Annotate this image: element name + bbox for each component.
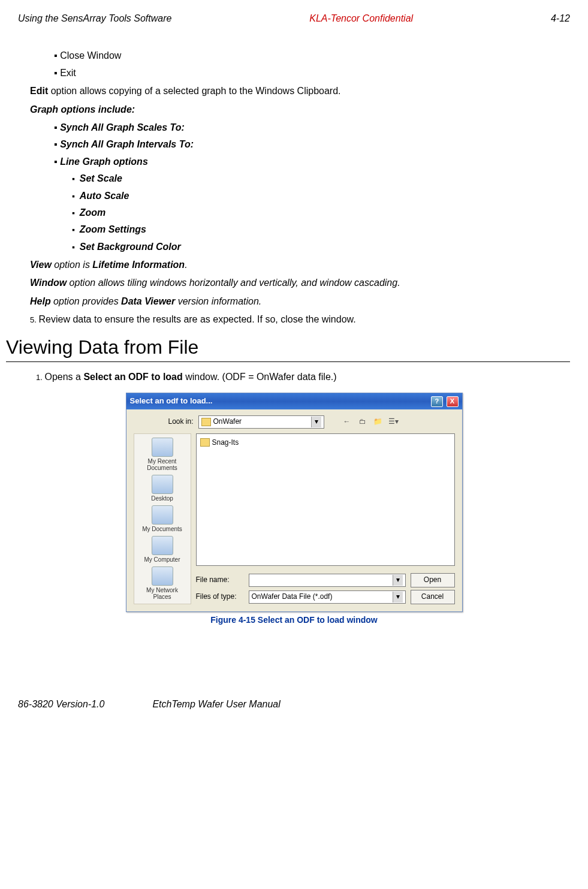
step1-c: window. (ODF = OnWafer data file.) [183,372,337,382]
step1-b: Select an ODF to load [83,372,182,382]
files-of-type-value: OnWafer Data File (*.odf) [252,592,333,602]
place-label: My Computer [144,556,180,563]
step1-num: 1. [36,373,44,382]
bullet-line-graph: Line Graph options [54,155,570,168]
help-a: Help [30,296,51,306]
folder-icon [201,418,211,426]
header-left: Using the SensArray Tools Software [18,12,171,25]
para-edit: Edit option allows copying of a selected… [30,85,570,98]
places-bar: My Recent Documents Desktop My Documents… [134,433,191,604]
bullet-close-window: Close Window [54,49,570,62]
bullet-zoom: Zoom [72,206,570,219]
view-c: Lifetime Information [92,260,185,270]
files-of-type-label: Files of type: [196,592,244,602]
footer-left: 86-3820 Version-1.0 [18,698,104,711]
page-header: Using the SensArray Tools Software KLA-T… [18,12,570,25]
file-item-label: Snag-Its [212,438,239,448]
place-recent[interactable]: My Recent Documents [138,438,186,471]
look-in-label: Look in: [134,417,194,427]
recent-documents-icon [152,438,173,457]
bullet-exit: Exit [54,67,570,80]
para-window: Window option allows tiling windows hori… [30,276,570,290]
graph-options-heading: Graph options include: [30,103,570,116]
window-a: Window [30,278,67,288]
chevron-down-icon[interactable]: ▾ [393,592,403,602]
place-desktop[interactable]: Desktop [138,475,186,502]
file-name-field[interactable]: ▾ [249,574,406,587]
step5-num: 5. [30,315,38,324]
list-item[interactable]: Snag-Its [200,438,451,448]
chevron-down-icon[interactable]: ▾ [311,417,321,427]
close-icon[interactable]: X [447,396,459,407]
computer-icon [152,536,173,555]
documents-icon [152,505,173,525]
bullet-auto-scale: Auto Scale [72,189,570,203]
para-view: View option is Lifetime Information. [30,258,570,272]
file-name-label: File name: [196,575,244,585]
up-one-level-icon[interactable]: 🗀 [357,416,369,428]
chevron-down-icon[interactable]: ▾ [393,575,403,586]
look-in-value: OnWafer [213,417,242,427]
desktop-icon [152,475,173,494]
place-label: My Documents [142,526,182,532]
header-center: KLA-Tencor Confidential [309,12,413,25]
place-label: My Network Places [146,587,178,600]
bullet-set-bg: Set Background Color [72,240,570,254]
place-network[interactable]: My Network Places [138,566,186,600]
section-heading: Viewing Data from File [6,334,570,363]
network-icon [152,566,173,586]
place-label: Desktop [151,495,173,502]
header-right: 4-12 [551,12,570,25]
folder-icon [200,438,210,447]
dialog-titlebar: Select an odf to load... ? X [126,393,462,409]
file-list[interactable]: Snag-Its [196,433,455,566]
view-b: option is [52,260,92,270]
bullet-synch-intervals: Synch All Graph Intervals To: [54,138,570,151]
open-file-dialog: Select an odf to load... ? X Look in: On… [126,393,463,612]
step-5: 5. Review data to ensure the results are… [30,313,570,326]
help-d: version information. [175,296,261,306]
bullet-synch-scales: Synch All Graph Scales To: [54,121,570,134]
cancel-button[interactable]: Cancel [411,590,455,604]
step1-a: Opens a [44,372,83,382]
bullet-set-scale: Set Scale [72,172,570,185]
place-label: My Recent Documents [147,458,177,471]
views-icon[interactable]: ☰▾ [388,416,400,428]
view-a: View [30,260,52,270]
bullet-zoom-settings: Zoom Settings [72,223,570,236]
back-icon[interactable]: ← [341,416,353,428]
help-c: Data Viewer [121,296,175,306]
help-icon[interactable]: ? [431,396,443,407]
step5-text: Review data to ensure the results are as… [38,314,355,324]
place-mycomputer[interactable]: My Computer [138,536,186,563]
view-d: . [185,260,187,270]
para-help: Help option provides Data Viewer version… [30,295,570,308]
open-button[interactable]: Open [411,573,455,587]
page-footer: 86-3820 Version-1.0 EtchTemp Wafer User … [18,698,570,711]
help-b: option provides [51,296,121,306]
dialog-title: Select an odf to load... [130,396,213,406]
look-in-combo[interactable]: OnWafer ▾ [198,415,324,429]
footer-right: EtchTemp Wafer User Manual [152,698,280,711]
figure-caption: Figure 4-15 Select an ODF to load window [18,614,570,626]
window-b: option allows tiling windows horizontall… [67,278,400,288]
edit-bold: Edit [30,86,48,96]
new-folder-icon[interactable]: 📁 [372,416,384,428]
files-of-type-field[interactable]: OnWafer Data File (*.odf) ▾ [249,590,406,604]
step-1: 1. Opens a Select an ODF to load window.… [36,370,570,384]
edit-rest: option allows copying of a selected grap… [48,86,340,96]
place-mydocs[interactable]: My Documents [138,505,186,532]
